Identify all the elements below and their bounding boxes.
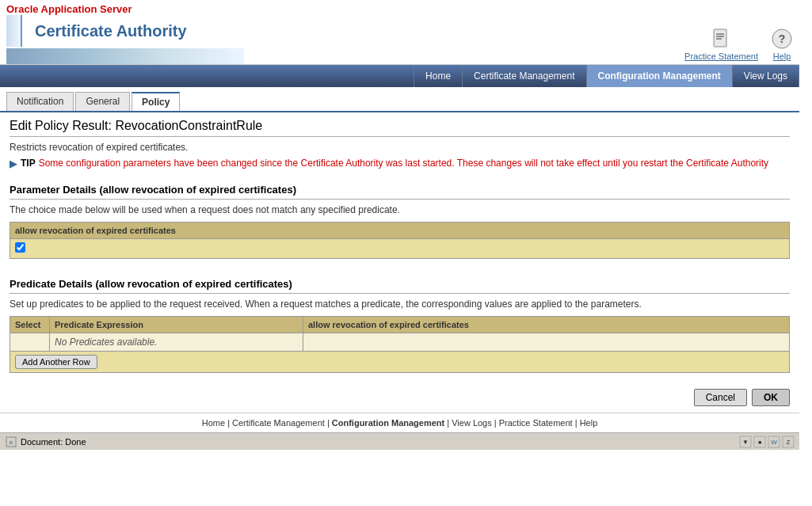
footer-practice-stmt-link[interactable]: Practice Statement <box>499 418 573 428</box>
sub-tab-notification[interactable]: Notification <box>6 92 74 111</box>
parameter-table: allow revocation of expired certificates <box>10 222 790 259</box>
svg-text:▼: ▼ <box>742 439 749 446</box>
help-icon: ? <box>771 28 793 50</box>
ok-button[interactable]: OK <box>752 389 790 406</box>
param-col-header: allow revocation of expired certificates <box>10 223 790 239</box>
nav-bar: Home Certificate Management Configuratio… <box>0 65 799 87</box>
no-predicates-allow-cell <box>303 333 790 352</box>
practice-statement-link[interactable]: Practice Statement <box>684 28 758 61</box>
pred-col-predicate: Predicate Expression <box>50 317 303 333</box>
nav-tab-cert-mgmt[interactable]: Certificate Management <box>463 65 586 87</box>
ca-title: Certificate Authority <box>22 22 187 40</box>
svg-text:■: ■ <box>758 439 761 445</box>
footer-view-logs-link[interactable]: View Logs <box>452 418 492 428</box>
oracle-title: Oracle Application Server <box>6 3 244 15</box>
svg-text:?: ? <box>779 32 786 45</box>
footer-cert-mgmt-link[interactable]: Certificate Management <box>232 418 325 428</box>
predicate-details-title: Predicate Details (allow revocation of e… <box>10 272 790 294</box>
status-text: Document: Done <box>21 437 86 447</box>
tip-text: Some configuration parameters have been … <box>39 158 768 169</box>
status-icon-3: W <box>768 436 780 448</box>
svg-text:Z: Z <box>787 439 791 446</box>
practice-statement-icon <box>711 28 733 50</box>
svg-rect-0 <box>714 29 726 47</box>
page-title: Edit Policy Result: RevocationConstraint… <box>10 119 790 137</box>
page-footer: Home | Certificate Management | Configur… <box>0 413 799 432</box>
nav-tab-view-logs[interactable]: View Logs <box>733 65 799 87</box>
footer-config-mgmt-link[interactable]: Configuration Management <box>332 418 444 428</box>
parameter-details-desc: The choice made below will be used when … <box>10 204 790 215</box>
footer-help-link[interactable]: Help <box>580 418 598 428</box>
parameter-details-title: Parameter Details (allow revocation of e… <box>10 177 790 200</box>
predicate-table: Select Predicate Expression allow revoca… <box>10 316 790 373</box>
status-icon-1: ▼ <box>739 436 752 448</box>
add-row-row: Add Another Row <box>10 352 790 373</box>
status-right-icons: ▼ ■ W Z <box>739 436 795 448</box>
tip-box: ▶ TIP Some configuration parameters have… <box>10 158 790 169</box>
cancel-button[interactable]: Cancel <box>694 389 747 406</box>
status-bar: e Document: Done ▼ ■ W Z <box>0 432 799 450</box>
add-row-cell: Add Another Row <box>10 352 790 373</box>
no-predicates-text-cell: No Predicates available. <box>50 333 303 352</box>
nav-tab-config-mgmt[interactable]: Configuration Management <box>587 65 733 87</box>
sub-tabs: Notification General Policy <box>0 87 799 112</box>
help-link[interactable]: ? Help <box>771 28 793 61</box>
sub-tab-general[interactable]: General <box>75 92 130 111</box>
status-icon-2: ■ <box>753 436 766 448</box>
tip-icon: ▶ <box>10 158 17 169</box>
allow-revocation-checkbox[interactable] <box>15 242 25 253</box>
status-icon: e <box>5 436 17 448</box>
svg-text:W: W <box>771 439 777 446</box>
footer-buttons: Cancel OK <box>0 382 799 413</box>
pred-col-allow: allow revocation of expired certificates <box>303 317 790 333</box>
svg-text:e: e <box>10 439 13 446</box>
nav-tab-home[interactable]: Home <box>414 65 463 87</box>
no-predicates-select-cell <box>10 333 50 352</box>
predicate-details-desc: Set up predicates to be applied to the r… <box>10 299 790 310</box>
page-description: Restricts revocation of expired certific… <box>10 142 790 153</box>
status-icon-4: Z <box>782 436 795 448</box>
no-predicates-row: No Predicates available. <box>10 333 790 352</box>
tip-label: TIP <box>21 158 36 169</box>
footer-home-link[interactable]: Home <box>202 418 225 428</box>
add-another-row-button[interactable]: Add Another Row <box>15 355 97 369</box>
param-checkbox-cell <box>10 239 790 259</box>
sub-tab-policy[interactable]: Policy <box>132 92 180 111</box>
pred-col-select: Select <box>10 317 50 333</box>
